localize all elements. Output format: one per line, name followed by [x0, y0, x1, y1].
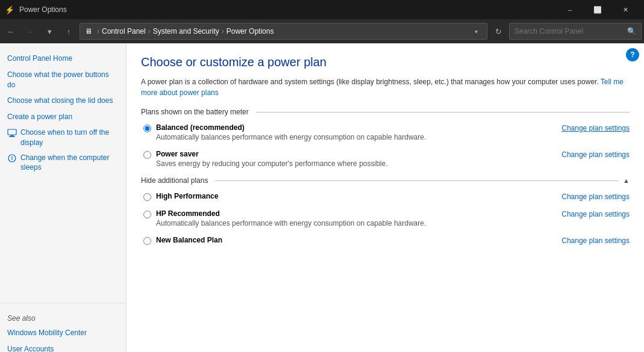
plans-shown-label: Plans shown on the battery meter	[141, 108, 249, 116]
path-system-security[interactable]: System and Security	[153, 27, 219, 36]
plan-desc-power-saver: Saves energy by reducing your computer's…	[156, 159, 552, 168]
back-button[interactable]: ←	[2, 23, 19, 40]
plan-radio-high-performance[interactable]	[143, 193, 151, 201]
plan-text-balanced: Balanced (recommended) Automatically bal…	[156, 123, 552, 141]
window-controls: – ⬜ ✕	[556, 0, 639, 19]
change-plan-link-power-saver[interactable]: Change plan settings	[561, 150, 630, 159]
sidebar-item-sleep-label: Change when the computer sleeps	[20, 153, 119, 173]
help-button[interactable]: ?	[626, 48, 639, 61]
plan-text-power-saver: Power saver Saves energy by reducing you…	[156, 150, 552, 168]
path-control-panel[interactable]: Control Panel	[102, 27, 146, 36]
plan-radio-hp-recommended[interactable]	[143, 211, 151, 218]
plan-name-power-saver: Power saver	[156, 150, 552, 158]
change-plan-link-high-performance[interactable]: Change plan settings	[561, 193, 630, 201]
plan-item-high-performance: High Performance Change plan settings	[141, 192, 630, 201]
sidebar-item-turn-off-display[interactable]: Choose when to turn off the display	[0, 125, 126, 150]
plan-name-balanced: Balanced (recommended)	[156, 123, 552, 132]
minimize-button[interactable]: –	[556, 0, 584, 19]
address-bar: ← → ▾ ↑ 🖥 › Control Panel › System and S…	[0, 19, 644, 43]
sidebar-divider	[0, 303, 126, 303]
change-plan-link-balanced[interactable]: Change plan settings	[561, 124, 630, 132]
sidebar-item-power-buttons[interactable]: Choose what the power buttons do	[0, 67, 126, 93]
plan-name-high-performance: High Performance	[156, 192, 552, 200]
app-icon: ⚡	[5, 5, 14, 14]
plan-text-high-performance: High Performance	[156, 192, 552, 200]
window-title: Power Options	[19, 5, 556, 14]
hide-additional-chevron[interactable]: ▲	[623, 177, 630, 184]
plan-radio-power-saver[interactable]	[143, 151, 151, 159]
plan-radio-balanced[interactable]	[143, 125, 151, 132]
plan-text-hp-recommended: HP Recommended Automatically balances pe…	[156, 209, 552, 227]
sidebar-item-sleep[interactable]: Change when the computer sleeps	[0, 150, 126, 176]
hide-additional-header: Hide additional plans ▲	[141, 176, 630, 185]
plan-item-balanced: Balanced (recommended) Automatically bal…	[141, 123, 630, 141]
hide-additional-label: Hide additional plans	[141, 176, 208, 185]
path-power-options[interactable]: Power Options	[227, 27, 274, 36]
search-input[interactable]	[514, 27, 627, 36]
sleep-icon	[7, 153, 17, 163]
sidebar-item-control-panel-home[interactable]: Control Panel Home	[0, 51, 126, 67]
path-sep-2: ›	[148, 27, 151, 36]
page-title: Choose or customize a power plan	[141, 55, 630, 69]
plan-radio-label-new-balanced[interactable]: New Balanced Plan	[143, 236, 552, 245]
up-button[interactable]: ↑	[60, 23, 77, 40]
plan-name-new-balanced: New Balanced Plan	[156, 236, 552, 244]
page-description: A power plan is a collection of hardware…	[141, 76, 630, 98]
path-dropdown-arrow[interactable]: ▾	[470, 23, 482, 40]
plan-name-hp-recommended: HP Recommended	[156, 209, 552, 218]
refresh-button[interactable]: ↻	[490, 23, 507, 40]
plan-text-new-balanced: New Balanced Plan	[156, 236, 552, 244]
plan-radio-label-hp-recommended[interactable]: HP Recommended Automatically balances pe…	[143, 209, 552, 227]
hide-additional-line	[215, 181, 618, 181]
plan-desc-hp-recommended: Automatically balances performance with …	[156, 219, 552, 227]
see-also-label: See also	[0, 310, 126, 325]
sidebar: Control Panel Home Choose what the power…	[0, 43, 127, 352]
sidebar-item-mobility-center[interactable]: Windows Mobility Center	[0, 325, 126, 341]
change-plan-link-hp-recommended[interactable]: Change plan settings	[561, 210, 630, 218]
forward-button[interactable]: →	[22, 23, 39, 40]
title-bar: ⚡ Power Options – ⬜ ✕	[0, 0, 644, 19]
sidebar-item-closing-lid[interactable]: Choose what closing the lid does	[0, 93, 126, 109]
plan-radio-label-balanced[interactable]: Balanced (recommended) Automatically bal…	[143, 123, 552, 141]
main-layout: Control Panel Home Choose what the power…	[0, 43, 644, 352]
plans-shown-line	[256, 112, 630, 113]
sidebar-item-create-plan[interactable]: Create a power plan	[0, 109, 126, 125]
svg-rect-0	[8, 129, 16, 135]
sidebar-item-turn-off-display-label: Choose when to turn off the display	[20, 128, 119, 148]
address-path: 🖥 › Control Panel › System and Security …	[80, 23, 487, 40]
description-text: A power plan is a collection of hardware…	[141, 78, 599, 86]
sidebar-item-user-accounts[interactable]: User Accounts	[0, 341, 126, 352]
maximize-button[interactable]: ⬜	[584, 0, 611, 19]
path-sep-1: ›	[97, 27, 99, 36]
plan-desc-balanced: Automatically balances performance with …	[156, 133, 552, 141]
plans-shown-header: Plans shown on the battery meter	[141, 108, 630, 116]
path-sep-3: ›	[222, 27, 224, 36]
plan-radio-label-high-performance[interactable]: High Performance	[143, 192, 552, 201]
change-plan-link-new-balanced[interactable]: Change plan settings	[561, 236, 630, 245]
plan-item-power-saver: Power saver Saves energy by reducing you…	[141, 150, 630, 168]
plan-radio-new-balanced[interactable]	[143, 237, 151, 245]
content-area: ? Choose or customize a power plan A pow…	[127, 43, 644, 352]
dropdown-button[interactable]: ▾	[41, 23, 58, 40]
search-box[interactable]: 🔍	[509, 23, 642, 40]
plan-item-hp-recommended: HP Recommended Automatically balances pe…	[141, 209, 630, 227]
search-icon[interactable]: 🔍	[627, 27, 636, 36]
plan-item-new-balanced: New Balanced Plan Change plan settings	[141, 236, 630, 245]
monitor-icon	[7, 128, 17, 138]
plan-radio-label-power-saver[interactable]: Power saver Saves energy by reducing you…	[143, 150, 552, 168]
path-computer-icon: 🖥	[85, 27, 92, 36]
close-button[interactable]: ✕	[611, 0, 639, 19]
